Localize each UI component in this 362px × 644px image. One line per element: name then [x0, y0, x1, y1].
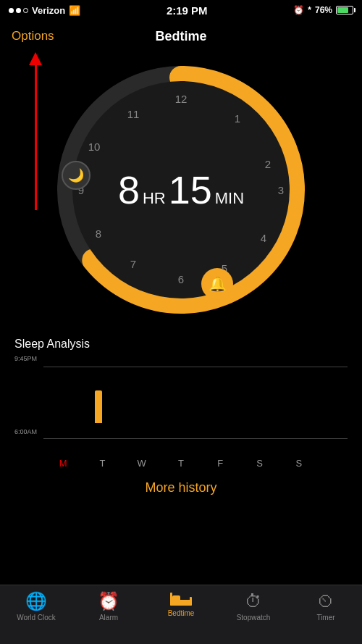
- chart-bottom-label: 6:00AM: [14, 428, 37, 439]
- svg-rect-3: [172, 595, 180, 601]
- top-sup: PM: [28, 355, 38, 362]
- svg-rect-4: [170, 593, 172, 606]
- bar-sunday: [303, 380, 340, 423]
- status-right: ⏰ * 76%: [293, 5, 353, 15]
- tab-alarm-label: Alarm: [99, 614, 118, 622]
- day-saturday: S: [240, 458, 279, 469]
- tab-stopwatch[interactable]: ⏱ Stopwatch: [217, 591, 290, 622]
- bar-wednesday: [154, 380, 191, 423]
- more-history-button[interactable]: More history: [0, 469, 362, 504]
- alarm-status-icon: ⏰: [293, 5, 304, 15]
- battery-indicator: [336, 6, 353, 14]
- stopwatch-icon: ⏱: [245, 591, 262, 611]
- day-sunday: S: [279, 458, 319, 469]
- battery-fill: [337, 7, 348, 13]
- bar-thursday: [191, 380, 228, 423]
- bar-mon-fill: [95, 390, 102, 423]
- arrow-head: [29, 52, 42, 65]
- wifi-icon: 📶: [69, 5, 80, 16]
- signal-dots: [9, 8, 28, 13]
- wake-handle[interactable]: 🔔: [201, 268, 233, 300]
- bluetooth-icon: *: [308, 5, 311, 15]
- timer-icon: ⏲: [317, 591, 334, 611]
- header: Options Bedtime: [0, 20, 362, 52]
- alarm-icon: ⏰: [98, 591, 119, 611]
- status-bar: Verizon 📶 2:19 PM ⏰ * 76%: [0, 0, 362, 20]
- bedtime-handle[interactable]: 🌙: [62, 161, 90, 190]
- page-title: Bedtime: [155, 29, 206, 44]
- day-friday: F: [201, 458, 240, 469]
- chart-grid: [43, 367, 348, 439]
- bottom-sup: AM: [28, 428, 38, 435]
- dot2: [16, 8, 21, 13]
- chart-bars: [72, 380, 348, 423]
- status-left: Verizon 📶: [9, 5, 80, 16]
- day-monday: M: [43, 458, 83, 469]
- day-wednesday: W: [122, 458, 161, 469]
- options-button[interactable]: Options: [12, 29, 54, 43]
- tab-stopwatch-label: Stopwatch: [237, 614, 271, 622]
- tab-bar: 🌐 World Clock ⏰ Alarm Bedtime ⏱ Stopwatc…: [0, 585, 362, 644]
- arrow-indicator: [29, 52, 42, 210]
- arrow-line: [35, 65, 37, 210]
- bedtime-tab-icon: [169, 591, 193, 607]
- dot3: [23, 8, 28, 13]
- analysis-section: Sleep Analysis 9:45PM 6:00AM: [0, 327, 362, 469]
- tab-alarm[interactable]: ⏰ Alarm: [72, 591, 145, 622]
- chart-bottom-line: [43, 438, 348, 439]
- tab-timer[interactable]: ⏲ Timer: [290, 591, 362, 622]
- chart-top-label: 9:45PM: [14, 355, 37, 366]
- clock-face: 12 1 2 3 4 5 6 7 8 9 10 11 8: [72, 81, 290, 298]
- battery-percent: 76%: [315, 5, 332, 15]
- bar-tuesday: [117, 380, 153, 423]
- dot1: [9, 8, 14, 13]
- tick-marks-svg: [72, 81, 290, 298]
- tab-world-clock-label: World Clock: [17, 614, 56, 622]
- day-thursday: T: [161, 458, 201, 469]
- chart-top-line: [43, 367, 348, 367]
- world-clock-icon: 🌐: [25, 591, 47, 611]
- chart-area: 9:45PM 6:00AM: [14, 354, 348, 455]
- bar-monday: [80, 380, 117, 423]
- tab-world-clock[interactable]: 🌐 World Clock: [0, 591, 72, 622]
- day-tuesday: T: [83, 458, 122, 469]
- clock-container: 12 1 2 3 4 5 6 7 8 9 10 11 8: [0, 52, 362, 327]
- svg-rect-5: [190, 597, 192, 606]
- tab-bedtime[interactable]: Bedtime: [145, 591, 217, 617]
- days-row: M T W T F S S: [14, 455, 348, 469]
- time-display: 2:19 PM: [167, 4, 208, 17]
- bar-saturday: [266, 380, 303, 423]
- carrier-label: Verizon: [32, 5, 65, 16]
- bar-friday: [229, 380, 266, 423]
- tab-timer-label: Timer: [316, 614, 334, 622]
- tab-bedtime-label: Bedtime: [168, 609, 195, 617]
- analysis-title: Sleep Analysis: [14, 338, 348, 351]
